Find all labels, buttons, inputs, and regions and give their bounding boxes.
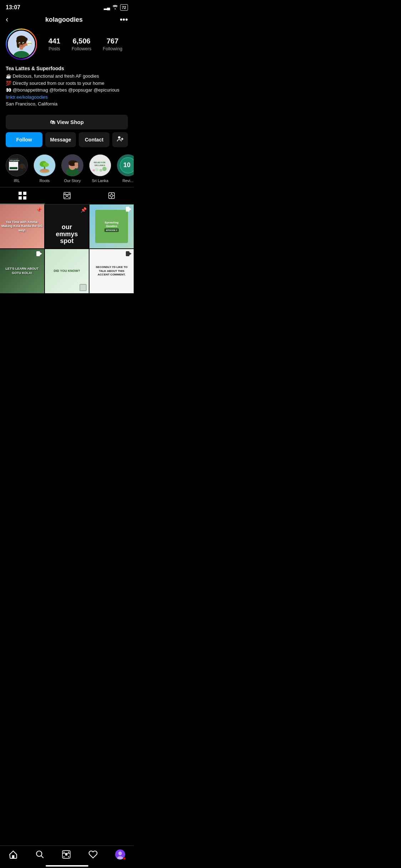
highlights-row: kola goodies Sri Lankan Milk Tea IRL <box>0 150 134 187</box>
grid-item-2[interactable]: ourEMMYSspot 📌 <box>45 205 89 249</box>
highlight-irl[interactable]: kola goodies Sri Lankan Milk Tea IRL <box>6 154 28 183</box>
bio-section: Tea Lattes & Superfoods ☕ Delicious, fun… <box>0 64 134 112</box>
svg-text:kola: kola <box>28 42 32 45</box>
followers-label: Followers <box>72 46 92 51</box>
bio-text: ☕ Delicious, functional and fresh AF goo… <box>6 73 128 108</box>
follow-row: Follow Message Contact <box>6 132 128 147</box>
content-tabs <box>0 187 134 205</box>
pin-icon-1: 📌 <box>36 207 42 213</box>
profile-stats: 441 Posts 6,506 Followers 767 Following <box>43 37 128 52</box>
highlight-sri-lanka-label: Sri Lanka <box>92 179 108 183</box>
bio-link[interactable]: linktr.ee/kolagoodies <box>6 94 48 100</box>
svg-point-10 <box>24 37 28 41</box>
svg-rect-24 <box>10 167 17 169</box>
grid-item-3[interactable]: SpreadingGoodiesEPISODE 2 <box>89 205 134 249</box>
highlight-reviews-label: Revi... <box>122 179 133 183</box>
svg-marker-74 <box>129 252 132 255</box>
following-label: Following <box>103 46 122 51</box>
profile-header: ‹ kolagoodies ••• <box>0 14 134 29</box>
tab-grid[interactable] <box>0 187 45 204</box>
wifi-icon <box>112 5 118 10</box>
followers-count: 6,506 <box>72 37 92 45</box>
contact-button[interactable]: Contact <box>79 132 109 147</box>
svg-point-13 <box>19 43 20 44</box>
following-stat[interactable]: 767 Following <box>103 37 122 52</box>
svg-text:10: 10 <box>123 161 130 169</box>
grid-item-1[interactable]: Tea Time with Amma:Making Kola Kanda the… <box>0 205 44 249</box>
highlight-our-story-label: Our Story <box>64 179 81 183</box>
svg-rect-53 <box>23 192 26 195</box>
svg-marker-72 <box>40 252 42 255</box>
view-shop-button[interactable]: 🛍 View Shop <box>6 115 128 129</box>
svg-point-60 <box>65 197 66 198</box>
highlight-irl-label: IRL <box>14 179 20 183</box>
svg-marker-70 <box>129 208 132 211</box>
bio-line-1: ☕ Delicious, functional and fresh AF goo… <box>6 73 99 79</box>
follow-button[interactable]: Follow <box>6 132 42 147</box>
signal-icon: ▂▄ <box>104 5 110 10</box>
svg-point-14 <box>23 43 24 44</box>
svg-point-59 <box>68 193 70 194</box>
svg-point-46 <box>99 169 102 172</box>
svg-rect-71 <box>36 251 40 256</box>
video-icon-6 <box>126 251 132 258</box>
svg-point-47 <box>102 167 107 171</box>
grid-item-5[interactable]: DID YOU KNOW? <box>45 249 89 293</box>
svg-rect-55 <box>23 196 26 200</box>
svg-rect-54 <box>19 196 22 200</box>
svg-point-27 <box>20 164 24 169</box>
grid-caption-1: Tea Time with Amma:Making Kola Kanda the… <box>1 220 43 233</box>
avatar-wrapper[interactable]: kola <box>6 29 37 60</box>
highlight-our-story[interactable]: Our Story <box>61 154 83 183</box>
svg-point-64 <box>110 194 113 197</box>
grid-item-4[interactable]: LET'S LEARN ABOUTGOTU KOLA! <box>0 249 44 293</box>
highlight-roots-label: Roots <box>40 179 50 183</box>
posts-label: Posts <box>48 46 60 51</box>
bio-line-2: 💯 Directly sourced from our roots to you… <box>6 81 104 86</box>
profile-username: kolagoodies <box>45 16 83 24</box>
bio-location: San Francisco, California <box>6 101 57 107</box>
profile-section: kola 441 Pos <box>0 29 134 64</box>
svg-text:SRI LANKA: SRI LANKA <box>94 164 105 166</box>
grid-caption-4: LET'S LEARN ABOUTGOTU KOLA! <box>5 267 38 275</box>
svg-point-61 <box>68 197 70 198</box>
posts-count: 441 <box>48 37 60 45</box>
svg-text:kola goodies: kola goodies <box>10 160 20 161</box>
more-options-button[interactable]: ••• <box>120 15 128 24</box>
status-time: 13:07 <box>6 4 20 11</box>
svg-rect-40 <box>74 162 78 165</box>
svg-point-45 <box>95 168 98 171</box>
avatar: kola <box>7 30 36 59</box>
highlight-roots[interactable]: Roots <box>34 154 56 183</box>
battery-indicator: 72 <box>120 4 128 11</box>
highlight-sri-lanka[interactable]: RELIEF FOR SRI LANKA Sri Lanka <box>89 154 111 183</box>
svg-point-33 <box>40 169 49 172</box>
status-bar: 13:07 ▂▄ 72 <box>0 0 134 14</box>
bio-line-3: 👀 @bonappetitmag @forbes @popsugar @epic… <box>6 87 119 93</box>
video-icon-4 <box>36 251 42 258</box>
add-friend-button[interactable] <box>112 132 128 147</box>
message-button[interactable]: Message <box>45 132 76 147</box>
svg-text:RELIEF FOR: RELIEF FOR <box>94 161 106 164</box>
svg-point-57 <box>66 195 68 197</box>
highlight-reviews[interactable]: 10 Revi... <box>117 154 134 183</box>
grid-caption-2: ourEMMYSspot <box>56 224 78 245</box>
back-button[interactable]: ‹ <box>6 15 8 24</box>
svg-point-15 <box>118 136 120 139</box>
tab-tagged[interactable] <box>89 187 134 204</box>
svg-text:Milk Tea: Milk Tea <box>10 164 17 166</box>
tab-reels[interactable] <box>45 187 89 204</box>
grid-caption-6: SECONDLY I'D LIKE TO TALK ABOUT THIS ACC… <box>91 263 132 279</box>
svg-rect-69 <box>126 207 129 212</box>
grid-item-6[interactable]: SECONDLY I'D LIKE TO TALK ABOUT THIS ACC… <box>89 249 134 293</box>
photo-grid: Tea Time with Amma:Making Kola Kanda the… <box>0 205 134 293</box>
followers-stat[interactable]: 6,506 Followers <box>72 37 92 52</box>
svg-rect-52 <box>19 192 22 195</box>
grid-caption-5: DID YOU KNOW? <box>54 269 80 273</box>
video-icon-3 <box>126 207 132 213</box>
svg-rect-73 <box>126 251 129 256</box>
svg-point-48 <box>93 169 95 171</box>
bio-name: Tea Lattes & Superfoods <box>6 66 128 71</box>
pin-icon-2: 📌 <box>81 207 87 213</box>
posts-stat[interactable]: 441 Posts <box>48 37 60 52</box>
